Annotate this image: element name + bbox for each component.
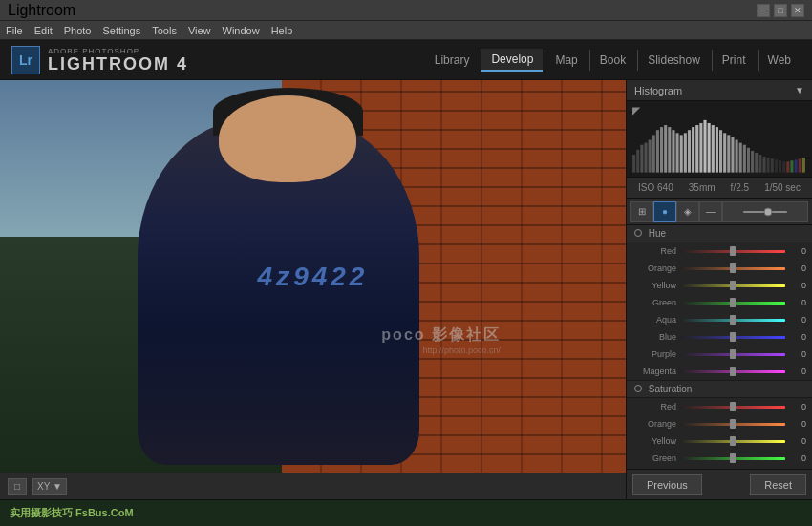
sat-orange-track bbox=[680, 423, 785, 426]
sat-yellow-thumb bbox=[730, 436, 736, 446]
menu-settings[interactable]: Settings bbox=[102, 25, 140, 36]
image-container[interactable]: 4z9422 poco 影像社区 http://photo.poco.cn/ bbox=[0, 80, 626, 473]
lr-icon: Lr bbox=[11, 46, 40, 74]
svg-rect-32 bbox=[755, 153, 758, 173]
sat-orange-slider[interactable] bbox=[680, 422, 785, 426]
tab-slideshow[interactable]: Slideshow bbox=[637, 50, 710, 71]
sat-orange-value: 0 bbox=[789, 419, 806, 429]
svg-rect-19 bbox=[703, 120, 706, 173]
menu-help[interactable]: Help bbox=[271, 25, 293, 36]
menu-view[interactable]: View bbox=[188, 25, 211, 36]
tab-develop[interactable]: Develop bbox=[481, 49, 543, 72]
svg-rect-24 bbox=[723, 133, 726, 172]
hue-green-track bbox=[680, 302, 785, 305]
menu-window[interactable]: Window bbox=[223, 25, 260, 36]
xy-tool-button[interactable]: XY ▼ bbox=[32, 478, 67, 495]
hue-purple-track bbox=[680, 353, 785, 356]
grid-tool[interactable]: ⊞ bbox=[630, 201, 653, 222]
status-text: 实用摄影技巧 FsBus.CoM bbox=[10, 506, 134, 520]
minimize-button[interactable]: – bbox=[757, 4, 770, 17]
hue-magenta-slider[interactable] bbox=[680, 369, 785, 373]
hue-green-row: Green 0 bbox=[627, 294, 812, 311]
circle-tool[interactable]: ● bbox=[653, 201, 676, 222]
poco-watermark: poco 影像社区 http://photo.poco.cn/ bbox=[381, 326, 501, 355]
tools-row: ⊞ ● ◈ — bbox=[627, 199, 812, 225]
hue-aqua-track bbox=[680, 319, 785, 322]
svg-rect-12 bbox=[676, 133, 679, 172]
maximize-button[interactable]: □ bbox=[774, 4, 787, 17]
sat-green-label: Green bbox=[632, 453, 676, 463]
svg-rect-23 bbox=[719, 130, 722, 172]
sat-green-row: Green 0 bbox=[627, 450, 812, 467]
svg-rect-21 bbox=[712, 125, 715, 173]
hue-purple-slider[interactable] bbox=[680, 352, 785, 356]
sat-yellow-row: Yellow 0 bbox=[627, 432, 812, 450]
svg-rect-7 bbox=[656, 130, 659, 172]
sat-green-slider[interactable] bbox=[680, 456, 785, 460]
hue-yellow-label: Yellow bbox=[632, 281, 676, 290]
hue-green-slider[interactable] bbox=[680, 301, 785, 305]
hue-orange-slider[interactable] bbox=[680, 266, 785, 270]
menubar: File Edit Photo Settings Tools View Wind… bbox=[0, 21, 812, 40]
reset-button[interactable]: Reset bbox=[750, 474, 806, 495]
svg-rect-30 bbox=[747, 148, 750, 173]
sat-yellow-label: Yellow bbox=[632, 436, 676, 446]
hue-orange-label: Orange bbox=[632, 263, 676, 273]
svg-rect-15 bbox=[688, 130, 691, 172]
svg-rect-14 bbox=[684, 133, 687, 172]
frame-tool-button[interactable]: □ bbox=[8, 478, 27, 495]
svg-rect-2 bbox=[636, 150, 639, 173]
svg-rect-11 bbox=[672, 130, 674, 172]
hue-yellow-slider[interactable] bbox=[680, 284, 785, 287]
hue-blue-thumb bbox=[730, 332, 736, 342]
svg-rect-43 bbox=[799, 158, 801, 172]
hue-magenta-value: 0 bbox=[789, 367, 806, 376]
image-panel: 4z9422 poco 影像社区 http://photo.poco.cn/ □… bbox=[0, 80, 626, 499]
hue-blue-slider[interactable] bbox=[680, 335, 785, 339]
focal-length: 35mm bbox=[689, 182, 716, 193]
svg-rect-1 bbox=[632, 155, 635, 173]
tab-library[interactable]: Library bbox=[425, 50, 480, 71]
status-bar: 实用摄影技巧 FsBus.CoM bbox=[0, 499, 812, 526]
close-button[interactable]: ✕ bbox=[791, 4, 804, 17]
menu-tools[interactable]: Tools bbox=[152, 25, 177, 36]
hue-orange-value: 0 bbox=[789, 263, 806, 273]
hue-section: Hue Red 0 Orange bbox=[627, 225, 812, 381]
hue-aqua-slider[interactable] bbox=[680, 318, 785, 322]
hsl-tool[interactable]: — bbox=[699, 201, 722, 222]
histogram-title: Histogram bbox=[634, 85, 682, 96]
svg-rect-27 bbox=[736, 140, 738, 173]
hue-blue-row: Blue 0 bbox=[627, 328, 812, 346]
hue-green-thumb bbox=[730, 298, 736, 307]
tab-map[interactable]: Map bbox=[545, 50, 587, 71]
slider-bar[interactable] bbox=[722, 201, 808, 222]
histogram-toggle[interactable]: ▼ bbox=[795, 85, 804, 95]
menu-file[interactable]: File bbox=[6, 25, 23, 36]
tab-web[interactable]: Web bbox=[758, 50, 801, 71]
hue-blue-track bbox=[680, 336, 785, 339]
svg-rect-44 bbox=[802, 158, 805, 173]
previous-button[interactable]: Previous bbox=[632, 474, 702, 495]
hue-red-value: 0 bbox=[789, 246, 806, 256]
tab-book[interactable]: Book bbox=[589, 50, 635, 71]
camera-info-bar: ISO 640 35mm f/2.5 1/50 sec bbox=[627, 178, 812, 199]
hue-purple-thumb bbox=[730, 349, 736, 359]
tab-print[interactable]: Print bbox=[712, 50, 756, 71]
menu-photo[interactable]: Photo bbox=[64, 25, 92, 36]
sat-yellow-slider[interactable] bbox=[680, 439, 785, 443]
tone-curve-tool[interactable]: ◈ bbox=[676, 201, 699, 222]
svg-rect-41 bbox=[790, 160, 793, 172]
svg-rect-9 bbox=[664, 125, 667, 173]
hue-orange-row: Orange 0 bbox=[627, 260, 812, 277]
face-layer bbox=[219, 95, 356, 181]
hue-magenta-track bbox=[680, 370, 785, 373]
hue-red-row: Red 0 bbox=[627, 242, 812, 260]
right-panel: Histogram ▼ bbox=[626, 80, 812, 499]
svg-rect-3 bbox=[640, 145, 643, 173]
poco-url-text: http://photo.poco.cn/ bbox=[381, 346, 501, 355]
hue-red-slider[interactable] bbox=[680, 249, 785, 253]
hue-green-label: Green bbox=[632, 298, 676, 307]
sat-red-thumb bbox=[730, 402, 736, 411]
sat-red-slider[interactable] bbox=[680, 405, 785, 409]
menu-edit[interactable]: Edit bbox=[34, 25, 53, 36]
